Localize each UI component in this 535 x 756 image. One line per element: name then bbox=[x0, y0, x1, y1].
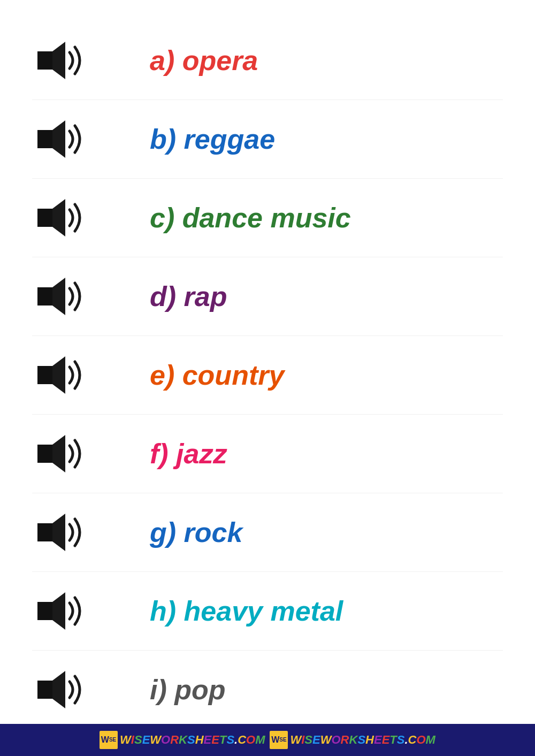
speaker-icon-e[interactable] bbox=[32, 351, 107, 399]
footer-logo-1: WSE bbox=[100, 731, 118, 749]
music-item-b[interactable]: b) reggae bbox=[32, 100, 503, 178]
speaker-icon-g[interactable] bbox=[32, 508, 107, 556]
label-area-b: b) reggae bbox=[107, 123, 503, 155]
speaker-icon-f[interactable] bbox=[32, 430, 107, 478]
svg-marker-11 bbox=[37, 445, 52, 463]
speaker-svg-c bbox=[32, 194, 91, 242]
footer-text-1: WSE WISEWORKSHEETS.COM bbox=[100, 731, 265, 749]
label-area-a: a) opera bbox=[107, 44, 503, 77]
music-item-h[interactable]: h) heavy metal bbox=[32, 571, 503, 650]
speaker-svg-a bbox=[32, 36, 91, 85]
music-label-i: i) pop bbox=[150, 674, 226, 706]
speaker-svg-g bbox=[32, 508, 91, 556]
speaker-icon-b[interactable] bbox=[32, 115, 107, 163]
label-area-e: e) country bbox=[107, 359, 503, 391]
music-item-d[interactable]: d) rap bbox=[32, 257, 503, 335]
svg-marker-9 bbox=[37, 366, 52, 384]
music-item-f[interactable]: f) jazz bbox=[32, 414, 503, 493]
speaker-icon-h[interactable] bbox=[32, 587, 107, 635]
music-label-e: e) country bbox=[150, 359, 284, 391]
label-area-f: f) jazz bbox=[107, 438, 503, 470]
speaker-svg-b bbox=[32, 115, 91, 163]
speaker-icon-c[interactable] bbox=[32, 194, 107, 242]
label-area-g: g) rock bbox=[107, 516, 503, 548]
svg-marker-7 bbox=[37, 287, 52, 306]
music-label-a: a) opera bbox=[150, 44, 258, 77]
footer-logo-2: WSE bbox=[270, 731, 288, 749]
music-label-g: g) rock bbox=[150, 516, 242, 548]
main-content: a) opera b) reggae c) dance music bbox=[0, 0, 535, 750]
svg-marker-5 bbox=[37, 209, 52, 227]
music-label-h: h) heavy metal bbox=[150, 595, 343, 627]
svg-marker-15 bbox=[37, 602, 52, 620]
music-label-f: f) jazz bbox=[150, 438, 227, 470]
music-item-c[interactable]: c) dance music bbox=[32, 178, 503, 257]
music-label-d: d) rap bbox=[150, 280, 227, 312]
svg-marker-13 bbox=[37, 523, 52, 541]
footer-text-2: WSE WISEWORKSHEETS.COM bbox=[270, 731, 435, 749]
music-item-e[interactable]: e) country bbox=[32, 335, 503, 414]
music-item-g[interactable]: g) rock bbox=[32, 493, 503, 571]
label-area-c: c) dance music bbox=[107, 202, 503, 234]
music-item-i[interactable]: i) pop bbox=[32, 650, 503, 729]
logo-box-w2: WSE bbox=[270, 731, 288, 749]
speaker-icon-i[interactable] bbox=[32, 666, 107, 714]
svg-marker-1 bbox=[37, 51, 52, 70]
label-area-i: i) pop bbox=[107, 674, 503, 706]
music-item-a[interactable]: a) opera bbox=[32, 21, 503, 100]
music-label-c: c) dance music bbox=[150, 202, 351, 234]
logo-box-w1: WSE bbox=[100, 731, 118, 749]
speaker-svg-e bbox=[32, 351, 91, 399]
speaker-svg-i bbox=[32, 666, 91, 714]
svg-marker-3 bbox=[37, 130, 52, 148]
music-label-b: b) reggae bbox=[150, 123, 275, 155]
footer: WSE WISEWORKSHEETS.COM WSE WISEWORKSHEET… bbox=[0, 724, 535, 756]
label-area-d: d) rap bbox=[107, 280, 503, 312]
label-area-h: h) heavy metal bbox=[107, 595, 503, 627]
speaker-svg-h bbox=[32, 587, 91, 635]
speaker-svg-d bbox=[32, 272, 91, 320]
speaker-icon-d[interactable] bbox=[32, 272, 107, 320]
svg-marker-17 bbox=[37, 681, 52, 699]
speaker-icon-a[interactable] bbox=[32, 36, 107, 85]
speaker-svg-f bbox=[32, 430, 91, 478]
